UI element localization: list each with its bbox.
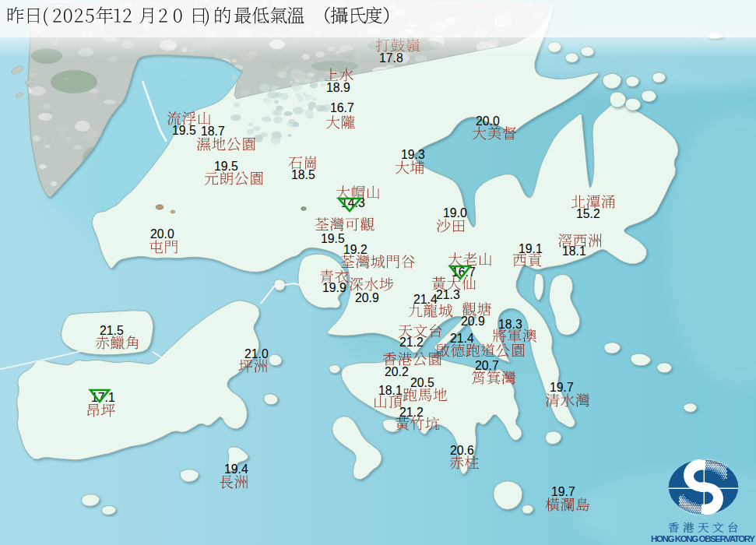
svg-text:19.2: 19.2: [343, 243, 367, 256]
svg-text:18.5: 18.5: [291, 168, 315, 181]
svg-text:21.0: 21.0: [244, 347, 269, 360]
svg-text:18.1: 18.1: [378, 384, 403, 397]
svg-text:19.5: 19.5: [172, 124, 196, 137]
svg-text:18.3: 18.3: [498, 318, 522, 331]
svg-text:19.1: 19.1: [519, 242, 543, 255]
svg-text:21.4: 21.4: [413, 293, 438, 306]
svg-text:21.3: 21.3: [436, 288, 460, 301]
svg-text:18.7: 18.7: [201, 125, 225, 138]
svg-text:19.9: 19.9: [322, 281, 346, 294]
svg-text:21.4: 21.4: [450, 332, 474, 345]
svg-text:20.0: 20.0: [476, 114, 500, 128]
svg-text:19.0: 19.0: [443, 206, 467, 220]
svg-text:19.3: 19.3: [401, 148, 425, 161]
svg-text:20.6: 20.6: [450, 444, 474, 457]
svg-text:20.9: 20.9: [355, 291, 379, 304]
svg-text:20.5: 20.5: [410, 376, 434, 389]
svg-text:20.7: 20.7: [475, 359, 499, 372]
svg-text:18.1: 18.1: [562, 244, 586, 258]
svg-text:19.7: 19.7: [551, 485, 575, 498]
svg-text:18.9: 18.9: [326, 81, 350, 94]
svg-text:21.5: 21.5: [100, 324, 124, 337]
svg-text:20.0: 20.0: [150, 227, 174, 241]
svg-text:19.7: 19.7: [550, 381, 574, 394]
svg-text:16.7: 16.7: [330, 101, 354, 114]
svg-text:21.2: 21.2: [399, 406, 424, 419]
svg-text:21.2: 21.2: [399, 336, 424, 349]
svg-text:19.5: 19.5: [214, 160, 238, 173]
svg-text:19.5: 19.5: [321, 232, 345, 245]
svg-text:20.9: 20.9: [461, 315, 485, 328]
svg-text:20.2: 20.2: [385, 365, 409, 378]
svg-text:HONG KONG OBSERVATORY: HONG KONG OBSERVATORY: [651, 534, 755, 543]
svg-text:19.4: 19.4: [224, 462, 248, 476]
svg-text:15.2: 15.2: [576, 207, 600, 220]
